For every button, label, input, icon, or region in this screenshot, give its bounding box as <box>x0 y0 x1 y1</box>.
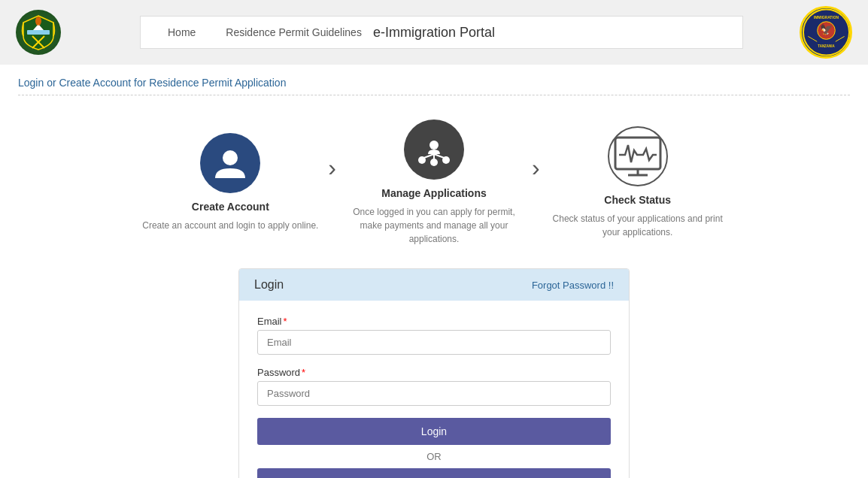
coat-of-arms-icon <box>16 10 61 55</box>
password-required: * <box>302 367 305 378</box>
login-container: Login Forgot Password !! Email* Password… <box>18 268 850 478</box>
arrow-1: › <box>328 154 336 182</box>
navbar: Home Residence Permit Guidelines <box>140 16 743 49</box>
step-check-status: Check Status Check status of your applic… <box>548 126 728 239</box>
email-input[interactable] <box>257 330 611 355</box>
login-button[interactable]: Login <box>257 418 611 445</box>
svg-rect-18 <box>615 138 660 169</box>
password-form-group: Password* <box>257 367 611 406</box>
left-logo <box>12 6 65 59</box>
svg-point-11 <box>429 141 439 150</box>
create-account-icon <box>200 133 260 193</box>
login-card-header: Login Forgot Password !! <box>239 269 629 301</box>
step-check-status-title: Check Status <box>604 194 671 206</box>
step-manage-apps-desc: Once logged in you can apply for permit,… <box>344 205 524 246</box>
svg-line-17 <box>434 154 446 159</box>
right-logo: IMMIGRATION 🦅 TANZANIA <box>796 6 856 59</box>
or-divider: OR <box>257 451 611 462</box>
svg-text:IMMIGRATION: IMMIGRATION <box>813 16 839 20</box>
email-form-group: Email* <box>257 316 611 355</box>
manage-apps-icon <box>404 120 464 180</box>
step-create-account: Create Account Create an account and log… <box>140 133 320 232</box>
step-create-account-title: Create Account <box>192 201 269 213</box>
svg-point-13 <box>430 159 438 166</box>
immigration-logo-icon: IMMIGRATION 🦅 TANZANIA <box>800 6 852 59</box>
step-manage-apps-title: Manage Applications <box>381 187 487 199</box>
page-breadcrumb: Login or Create Account for Residence Pe… <box>18 77 850 95</box>
svg-rect-0 <box>27 30 50 35</box>
svg-point-4 <box>35 17 41 26</box>
nav-home[interactable]: Home <box>153 16 211 49</box>
email-required: * <box>284 316 287 327</box>
header: Home Residence Permit Guidelines IMMIGRA… <box>0 0 868 65</box>
create-account-button[interactable]: Create Account <box>257 468 611 478</box>
login-card: Login Forgot Password !! Email* Password… <box>238 268 630 478</box>
main-content: Login or Create Account for Residence Pe… <box>0 65 868 478</box>
step-check-status-desc: Check status of your applications and pr… <box>548 212 728 239</box>
nav-residence-permit[interactable]: Residence Permit Guidelines <box>211 16 377 49</box>
svg-line-15 <box>422 154 434 159</box>
password-input[interactable] <box>257 381 611 406</box>
svg-point-10 <box>223 150 238 165</box>
forgot-password-link[interactable]: Forgot Password !! <box>532 280 614 291</box>
steps-section: Create Account Create an account and log… <box>18 104 850 268</box>
check-status-icon <box>608 126 668 186</box>
login-title: Login <box>254 278 284 292</box>
svg-text:TANZANIA: TANZANIA <box>818 44 835 48</box>
email-label: Email* <box>257 316 611 327</box>
arrow-2: › <box>532 154 540 182</box>
step-create-account-desc: Create an account and login to apply onl… <box>142 219 318 232</box>
login-card-body: Email* Password* Login OR Create Account <box>239 301 629 478</box>
svg-text:🦅: 🦅 <box>820 23 833 36</box>
password-label: Password* <box>257 367 611 378</box>
step-manage-apps: Manage Applications Once logged in you c… <box>344 120 524 246</box>
